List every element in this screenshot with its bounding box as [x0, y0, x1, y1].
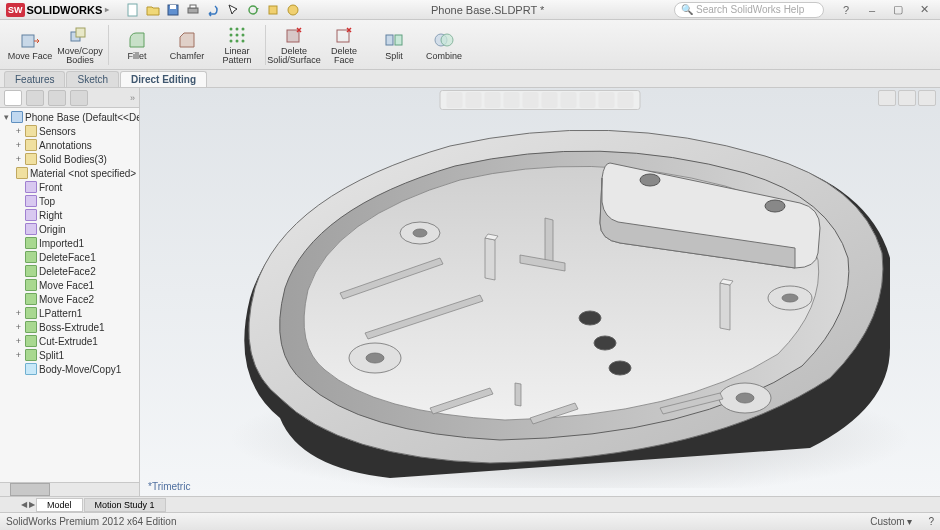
maximize-icon[interactable]: ▢ — [886, 3, 910, 17]
tree-node[interactable]: Move Face1 — [2, 278, 137, 292]
bottom-tab-model[interactable]: Model — [36, 498, 83, 512]
undo-icon[interactable] — [205, 2, 221, 18]
svg-point-14 — [230, 34, 233, 37]
tab-sketch[interactable]: Sketch — [66, 71, 119, 87]
svg-rect-2 — [170, 5, 176, 9]
viewport-corner-controls — [878, 90, 936, 106]
svg-point-38 — [594, 336, 616, 350]
panel-flyout-icon[interactable]: » — [130, 93, 135, 103]
hide-show-icon[interactable] — [561, 92, 577, 108]
zoom-area-icon[interactable] — [466, 92, 482, 108]
svg-point-37 — [579, 311, 601, 325]
svg-rect-23 — [395, 35, 402, 45]
tree-node[interactable]: Material <not specified> — [2, 166, 137, 180]
separator — [108, 25, 109, 65]
svg-rect-3 — [188, 8, 198, 13]
tree-node[interactable]: DeleteFace1 — [2, 250, 137, 264]
linear-pattern-button[interactable]: Linear Pattern — [213, 22, 261, 68]
save-icon[interactable] — [165, 2, 181, 18]
fillet-button[interactable]: Fillet — [113, 22, 161, 68]
viewport[interactable]: *Trimetric — [140, 88, 940, 496]
help-icon[interactable]: ? — [834, 3, 858, 17]
tree-node[interactable]: Top — [2, 194, 137, 208]
view-mode-label: *Trimetric — [148, 481, 190, 492]
tree-root[interactable]: ▾Phone Base (Default<<Default> — [2, 110, 137, 124]
split-button[interactable]: Split — [370, 22, 418, 68]
help-dropdown-icon[interactable] — [285, 2, 301, 18]
new-file-icon[interactable] — [125, 2, 141, 18]
document-title: Phone Base.SLDPRT * — [301, 4, 674, 16]
tab-nav-arrows[interactable]: ◀▶ — [20, 500, 36, 509]
tree-node[interactable]: Front — [2, 180, 137, 194]
panel-tab-feature-tree[interactable] — [4, 90, 22, 106]
svg-point-5 — [249, 6, 257, 14]
print-icon[interactable] — [185, 2, 201, 18]
feature-tree[interactable]: ▾Phone Base (Default<<Default> +Sensors … — [0, 108, 139, 482]
svg-rect-4 — [190, 5, 196, 8]
scene-icon[interactable] — [599, 92, 615, 108]
svg-point-30 — [366, 353, 384, 363]
panel-tab-config[interactable] — [48, 90, 66, 106]
close-icon[interactable]: ✕ — [912, 3, 936, 17]
tree-node[interactable]: +LPattern1 — [2, 306, 137, 320]
tool-label: Split — [385, 52, 403, 61]
zoom-fit-icon[interactable] — [447, 92, 463, 108]
svg-point-13 — [242, 28, 245, 31]
bottom-tab-motion[interactable]: Motion Study 1 — [84, 498, 166, 512]
svg-rect-0 — [128, 4, 137, 16]
tree-node[interactable]: +Split1 — [2, 348, 137, 362]
open-file-icon[interactable] — [145, 2, 161, 18]
tree-node[interactable]: +Sensors — [2, 124, 137, 138]
tree-node[interactable]: +Annotations — [2, 138, 137, 152]
tree-node[interactable]: Right — [2, 208, 137, 222]
prev-view-icon[interactable] — [485, 92, 501, 108]
window-controls: ? – ▢ ✕ — [830, 3, 940, 17]
rebuild-icon[interactable] — [245, 2, 261, 18]
svg-point-28 — [765, 200, 785, 212]
tab-direct-editing[interactable]: Direct Editing — [120, 71, 207, 87]
tree-node[interactable]: Imported1 — [2, 236, 137, 250]
combine-button[interactable]: Combine — [420, 22, 468, 68]
viewport-close-icon[interactable] — [918, 90, 936, 106]
viewport-max-icon[interactable] — [898, 90, 916, 106]
minimize-icon[interactable]: – — [860, 3, 884, 17]
select-icon[interactable] — [225, 2, 241, 18]
tree-node[interactable]: +Cut-Extrude1 — [2, 334, 137, 348]
search-placeholder: Search SolidWorks Help — [696, 4, 804, 15]
delete-face-button[interactable]: Delete Face — [320, 22, 368, 68]
status-custom[interactable]: Custom ▾ — [870, 516, 912, 527]
display-style-icon[interactable] — [542, 92, 558, 108]
tree-node[interactable]: Origin — [2, 222, 137, 236]
viewport-min-icon[interactable] — [878, 90, 896, 106]
tool-label: Linear Pattern — [213, 47, 261, 65]
view-orient-icon[interactable] — [523, 92, 539, 108]
panel-scrollbar[interactable] — [0, 482, 139, 496]
tree-node[interactable]: DeleteFace2 — [2, 264, 137, 278]
tree-node[interactable]: Body-Move/Copy1 — [2, 362, 137, 376]
view-settings-icon[interactable] — [618, 92, 634, 108]
scrollbar-thumb[interactable] — [10, 483, 50, 496]
appearance-icon[interactable] — [580, 92, 596, 108]
tree-node[interactable]: Move Face2 — [2, 292, 137, 306]
tree-node[interactable]: +Solid Bodies(3) — [2, 152, 137, 166]
tab-features[interactable]: Features — [4, 71, 65, 87]
status-question-icon[interactable]: ? — [928, 516, 934, 527]
tree-node[interactable]: +Boss-Extrude1 — [2, 320, 137, 334]
tool-label: Combine — [426, 52, 462, 61]
panel-tab-dim[interactable] — [70, 90, 88, 106]
tool-label: Delete Face — [320, 47, 368, 65]
feature-manager-panel: » ▾Phone Base (Default<<Default> +Sensor… — [0, 88, 140, 496]
menu-dropdown-icon[interactable]: ▸ — [105, 5, 109, 14]
svg-rect-22 — [386, 35, 393, 45]
section-view-icon[interactable] — [504, 92, 520, 108]
delete-solid-button[interactable]: Delete Solid/Surface — [270, 22, 318, 68]
search-box[interactable]: 🔍 Search SolidWorks Help — [674, 2, 824, 18]
move-face-button[interactable]: Move Face — [6, 22, 54, 68]
panel-tab-property[interactable] — [26, 90, 44, 106]
app-logo: SW SOLIDWORKS ▸ — [0, 3, 115, 17]
chamfer-button[interactable]: Chamfer — [163, 22, 211, 68]
options-icon[interactable] — [265, 2, 281, 18]
move-copy-button[interactable]: Move/Copy Bodies — [56, 22, 104, 68]
svg-point-15 — [236, 34, 239, 37]
bottom-tabs: ◀▶ Model Motion Study 1 — [0, 496, 940, 512]
